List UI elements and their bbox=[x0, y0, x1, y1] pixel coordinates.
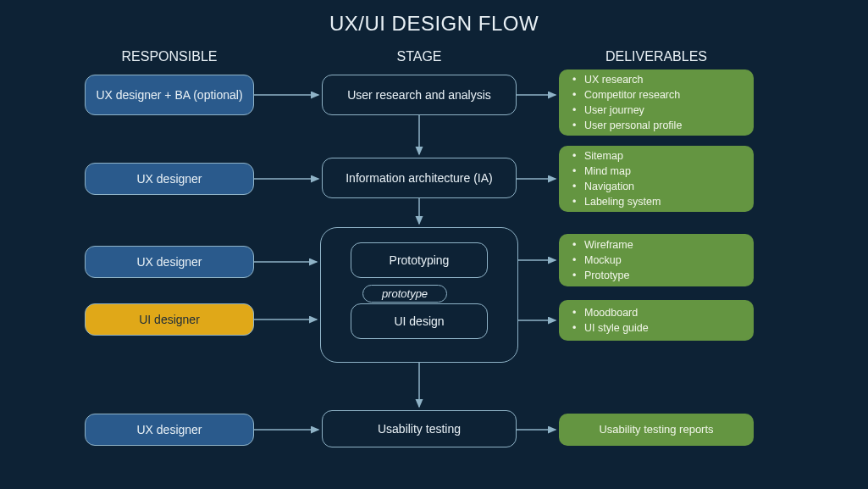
responsible-row4: UI designer bbox=[85, 303, 254, 336]
deliverable-item: Mockup bbox=[571, 253, 745, 268]
column-header-responsible: RESPONSIBLE bbox=[85, 49, 254, 64]
deliverable-item: Navigation bbox=[571, 179, 745, 194]
deliverable-item: UI style guide bbox=[571, 320, 745, 336]
stage-row5: Usability testing bbox=[322, 410, 517, 447]
stage-row2: Information architecture (IA) bbox=[322, 158, 517, 198]
deliverable-item: Wireframe bbox=[571, 237, 745, 253]
deliverable-item: User journey bbox=[571, 103, 745, 118]
deliverable-item: User personal profile bbox=[571, 118, 745, 133]
responsible-row2: UX designer bbox=[85, 163, 254, 195]
stage-row4: UI design bbox=[351, 303, 488, 339]
deliverable-item: Moodboard bbox=[571, 305, 745, 320]
column-header-deliverables: DELIVERABLES bbox=[559, 49, 754, 64]
deliverable-item: Mind map bbox=[571, 164, 745, 179]
prototype-badge: prototype bbox=[362, 285, 447, 303]
column-header-stage: STAGE bbox=[322, 49, 517, 64]
responsible-row3: UX designer bbox=[85, 246, 254, 278]
deliverable-item: Prototype bbox=[571, 268, 745, 283]
stage-row3: Prototyping bbox=[351, 242, 488, 278]
deliverables-row4: Moodboard UI style guide bbox=[559, 300, 754, 341]
stage-row1: User research and analysis bbox=[322, 75, 517, 115]
deliverables-row5: Usability testing reports bbox=[559, 414, 754, 446]
responsible-row5: UX designer bbox=[85, 414, 254, 446]
diagram-title: UX/UI DESIGN FLOW bbox=[0, 12, 868, 36]
deliverables-row3: Wireframe Mockup Prototype bbox=[559, 234, 754, 286]
deliverable-item: Sitemap bbox=[571, 148, 745, 164]
deliverable-item: Labeling system bbox=[571, 194, 745, 209]
responsible-row1: UX designer + BA (optional) bbox=[85, 75, 254, 115]
deliverables-row1: UX research Competitor research User jou… bbox=[559, 69, 754, 136]
deliverables-row2: Sitemap Mind map Navigation Labeling sys… bbox=[559, 146, 754, 212]
deliverable-item: Competitor research bbox=[571, 87, 745, 103]
deliverable-item: UX research bbox=[571, 72, 745, 87]
